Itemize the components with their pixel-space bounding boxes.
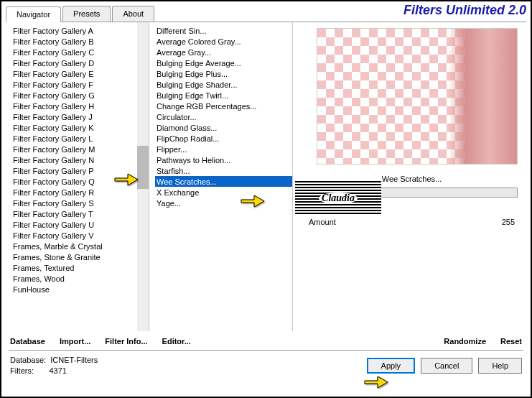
help-button[interactable]: Help — [478, 358, 522, 374]
category-item[interactable]: Filter Factory Gallery Q — [11, 176, 149, 187]
filter-item[interactable]: Yage... — [155, 198, 292, 208]
import-button[interactable]: Import... — [60, 337, 90, 346]
tab-presets[interactable]: Presets — [62, 6, 111, 22]
filter-item[interactable]: Starfish... — [155, 165, 292, 176]
randomize-button[interactable]: Randomize — [444, 337, 486, 346]
filter-item[interactable]: Pathways to Helion... — [155, 154, 292, 165]
filter-list[interactable]: Different Sin...Average Colored Gray...A… — [149, 22, 292, 331]
category-item[interactable]: Frames, Wood — [11, 273, 149, 284]
tab-navigator[interactable]: Navigator — [6, 6, 61, 22]
cancel-button[interactable]: Cancel — [421, 358, 472, 374]
category-item[interactable]: Frames, Marble & Crystal — [11, 241, 149, 251]
status-meta: Database: ICNET-Filters Filters: 4371 — [10, 355, 98, 377]
category-item[interactable]: Filter Factory Gallery N — [11, 154, 149, 165]
filter-item[interactable]: Bulging Edge Plus... — [155, 68, 292, 79]
filter-item[interactable]: Wee Scratches... — [155, 176, 292, 187]
editor-button[interactable]: Editor... — [162, 337, 191, 346]
category-item[interactable]: Frames, Stone & Granite — [11, 251, 149, 262]
category-item[interactable]: Filter Factory Gallery M — [11, 144, 149, 154]
filter-item[interactable]: Change RGB Percentages... — [155, 101, 292, 111]
category-item[interactable]: Filter Factory Gallery K — [11, 122, 149, 133]
filter-info-button[interactable]: Filter Info... — [105, 337, 147, 346]
category-item[interactable]: Filter Factory Gallery A — [11, 25, 149, 36]
param-value: 255 — [502, 218, 515, 226]
category-item[interactable]: Filter Factory Gallery B — [11, 36, 149, 47]
database-button[interactable]: Database — [10, 337, 45, 346]
category-list[interactable]: Filter Factory Gallery AFilter Factory G… — [6, 22, 149, 331]
filter-item[interactable]: X Exchange — [155, 187, 292, 198]
category-item[interactable]: Filter Factory Gallery H — [11, 101, 149, 111]
category-item[interactable]: Filter Factory Gallery F — [11, 79, 149, 90]
filter-item[interactable]: Bulging Edge Average... — [155, 57, 292, 68]
category-item[interactable]: Filter Factory Gallery G — [11, 90, 149, 101]
param-label: Amount — [309, 218, 336, 226]
category-item[interactable]: Filter Factory Gallery D — [11, 57, 149, 68]
filter-item[interactable]: Average Gray... — [155, 47, 292, 57]
category-item[interactable]: Filter Factory Gallery S — [11, 198, 149, 208]
category-item[interactable]: Filter Factory Gallery R — [11, 187, 149, 198]
filter-item[interactable]: Diamond Glass... — [155, 122, 292, 133]
category-item[interactable]: Filter Factory Gallery L — [11, 133, 149, 144]
reset-button[interactable]: Reset — [500, 337, 522, 346]
filter-item[interactable]: Different Sin... — [155, 25, 292, 36]
app-title: Filters Unlimited 2.0 — [403, 3, 526, 18]
filter-item[interactable]: Bulging Edge Shader... — [155, 79, 292, 90]
category-item[interactable]: Filter Factory Gallery C — [11, 47, 149, 57]
filter-item[interactable]: Bulging Edge Twirl... — [155, 90, 292, 101]
apply-button[interactable]: Apply — [367, 358, 416, 374]
filter-item[interactable]: Average Colored Gray... — [155, 36, 292, 47]
category-item[interactable]: Filter Factory Gallery U — [11, 219, 149, 230]
category-item[interactable]: Frames, Textured — [11, 262, 149, 273]
preview-pane — [317, 28, 518, 165]
category-scrollbar[interactable] — [137, 22, 149, 331]
watermark-logo: Claudia — [295, 181, 381, 216]
category-item[interactable]: Filter Factory Gallery J — [11, 111, 149, 122]
filter-item[interactable]: Flipper... — [155, 144, 292, 154]
tab-about[interactable]: About — [112, 6, 154, 22]
category-item[interactable]: Filter Factory Gallery E — [11, 68, 149, 79]
category-item[interactable]: Filter Factory Gallery P — [11, 165, 149, 176]
category-item[interactable]: Filter Factory Gallery T — [11, 208, 149, 219]
filter-item[interactable]: Circulator... — [155, 111, 292, 122]
category-item[interactable]: FunHouse — [11, 284, 149, 295]
category-item[interactable]: Filter Factory Gallery V — [11, 230, 149, 241]
filter-item[interactable]: FlipChop Radial... — [155, 133, 292, 144]
